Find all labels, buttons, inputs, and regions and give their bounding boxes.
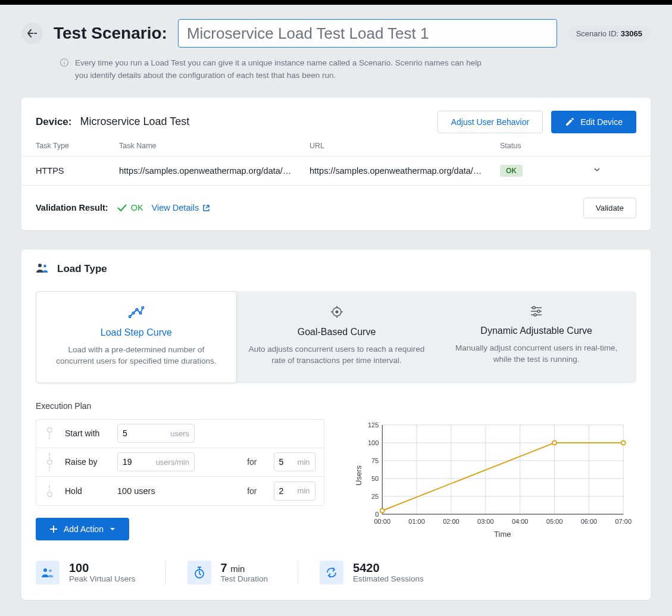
page-title: Test Scenario: xyxy=(54,24,167,43)
curve-title: Goal-Based Curve xyxy=(249,327,425,337)
scenario-name-input[interactable] xyxy=(178,19,557,48)
plan-row-raise: Raise by users/min for min xyxy=(36,448,324,477)
view-details-link[interactable]: View Details xyxy=(152,203,211,212)
peak-users-icon xyxy=(36,561,60,584)
curve-title: Dynamic Adjustable Curve xyxy=(448,326,624,336)
col-status: Status xyxy=(500,142,577,150)
svg-point-12 xyxy=(537,310,540,312)
hold-duration-input[interactable]: min xyxy=(274,481,315,501)
sliders-icon xyxy=(530,305,543,317)
svg-text:Users: Users xyxy=(354,465,363,485)
check-icon xyxy=(117,204,127,212)
svg-text:125: 125 xyxy=(367,421,378,429)
svg-text:06:00: 06:00 xyxy=(580,518,597,525)
svg-point-6 xyxy=(136,308,137,310)
plus-icon xyxy=(49,525,58,533)
svg-point-8 xyxy=(142,307,143,308)
sessions-value: 5420 xyxy=(353,561,424,574)
col-task-name: Task Name xyxy=(119,142,310,150)
svg-point-5 xyxy=(132,312,134,314)
svg-point-3 xyxy=(43,265,46,268)
svg-text:100: 100 xyxy=(367,439,378,446)
svg-text:07:00: 07:00 xyxy=(615,518,632,525)
expand-row-toggle[interactable] xyxy=(577,165,601,176)
chevron-down-icon xyxy=(593,165,601,174)
col-task-type: Task Type xyxy=(36,142,119,150)
for-label: for xyxy=(247,486,257,496)
scenario-id-badge: Scenario ID: 33065 xyxy=(568,26,651,42)
curve-option-dynamic[interactable]: Dynamic Adjustable Curve Manually adjust… xyxy=(436,291,636,383)
svg-point-7 xyxy=(139,312,141,314)
execution-plan-title: Execution Plan xyxy=(36,401,636,411)
duration-label: Test Duration xyxy=(221,574,268,583)
curve-option-load-step[interactable]: Load Step Curve Load with a pre-determin… xyxy=(36,291,237,383)
adjust-user-behavior-button[interactable]: Adjust User Behavior xyxy=(437,111,543,133)
cell-url: https://samples.openweathermap.org/data/… xyxy=(310,166,500,176)
svg-text:0: 0 xyxy=(375,511,379,518)
target-icon xyxy=(330,305,343,318)
svg-text:75: 75 xyxy=(371,457,379,464)
add-action-button[interactable]: Add Action xyxy=(36,518,129,540)
raise-duration-input[interactable]: min xyxy=(274,452,315,471)
plan-row-start: Start with users xyxy=(36,420,324,448)
duration-icon xyxy=(187,561,211,584)
duration-value: 7 min xyxy=(221,561,268,574)
svg-text:03:00: 03:00 xyxy=(477,518,494,525)
status-badge: OK xyxy=(500,165,523,177)
device-name: Microservice Load Test xyxy=(80,115,189,128)
info-text: Every time you run a Load Test you can g… xyxy=(75,57,494,82)
load-type-title: Load Type xyxy=(57,263,107,275)
svg-point-47 xyxy=(621,440,625,445)
svg-point-13 xyxy=(534,314,536,316)
info-icon xyxy=(60,58,69,71)
cell-task-name: https://samples.openweathermap.org/data/… xyxy=(119,166,310,176)
for-label: for xyxy=(247,457,257,467)
svg-text:01:00: 01:00 xyxy=(408,518,425,525)
svg-text:25: 25 xyxy=(371,493,379,500)
validate-button[interactable]: Validate xyxy=(583,198,636,218)
edit-icon xyxy=(565,117,574,127)
svg-point-1 xyxy=(64,60,64,61)
cell-task-type: HTTPS xyxy=(36,166,119,176)
step-curve-icon xyxy=(129,306,144,319)
svg-point-4 xyxy=(129,315,130,317)
external-link-icon xyxy=(202,204,210,212)
hold-users-text: 100 users xyxy=(117,486,155,496)
raise-rate-input[interactable]: users/min xyxy=(117,452,195,471)
load-type-icon xyxy=(36,262,49,276)
col-url: URL xyxy=(310,142,500,150)
device-label: Device: xyxy=(36,116,71,128)
svg-point-50 xyxy=(49,570,52,573)
svg-text:05:00: 05:00 xyxy=(546,518,562,525)
svg-text:50: 50 xyxy=(371,475,379,482)
svg-point-45 xyxy=(380,508,384,512)
plan-hold-label: Hold xyxy=(65,486,107,496)
svg-text:02:00: 02:00 xyxy=(443,518,460,525)
back-button[interactable] xyxy=(21,23,43,44)
validation-status: OK xyxy=(117,203,143,212)
curve-option-goal-based[interactable]: Goal-Based Curve Auto adjusts concurrent… xyxy=(237,291,437,383)
curve-desc: Load with a pre-determined number of con… xyxy=(48,344,224,367)
svg-point-11 xyxy=(533,307,535,309)
chevron-down-icon xyxy=(110,526,115,532)
sessions-label: Estimated Sessions xyxy=(353,574,424,583)
plan-start-label: Start with xyxy=(65,429,107,438)
sessions-icon xyxy=(320,561,343,584)
edit-device-button[interactable]: Edit Device xyxy=(551,111,636,133)
peak-users-value: 100 xyxy=(69,561,136,574)
start-users-input[interactable]: users xyxy=(117,424,195,443)
plan-row-hold: Hold 100 users for min xyxy=(36,477,324,505)
curve-desc: Auto adjusts concurrent users to reach a… xyxy=(249,343,425,367)
validation-result-label: Validation Result: xyxy=(36,203,108,212)
svg-point-10 xyxy=(335,310,338,313)
curve-title: Load Step Curve xyxy=(48,327,224,338)
svg-point-46 xyxy=(552,440,557,445)
arrow-left-icon xyxy=(27,29,37,37)
table-row[interactable]: HTTPS https://samples.openweathermap.org… xyxy=(21,156,651,186)
svg-text:00:00: 00:00 xyxy=(374,518,390,525)
plan-raise-label: Raise by xyxy=(65,457,107,467)
peak-users-label: Peak Virtual Users xyxy=(69,574,136,583)
load-curve-chart: Users 0255075100125 00:0001:0002:0003:00… xyxy=(348,419,637,540)
svg-point-49 xyxy=(43,568,47,572)
svg-text:Time: Time xyxy=(494,530,511,538)
